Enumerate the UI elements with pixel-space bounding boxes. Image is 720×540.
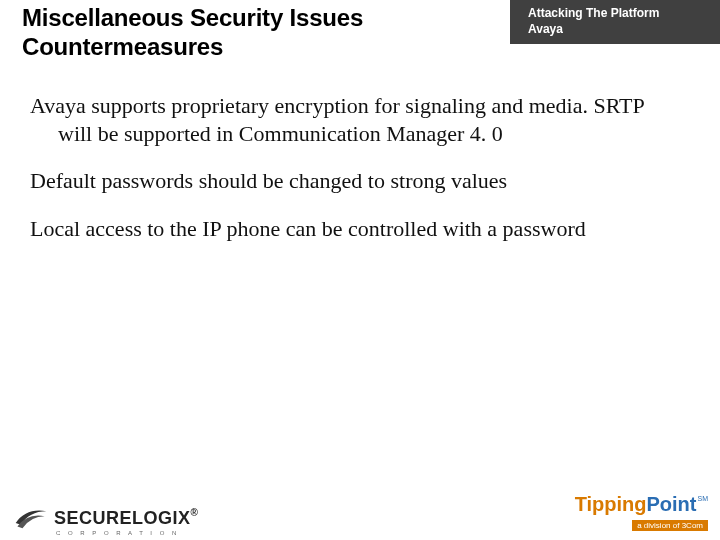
slide-title: Miscellaneous Security Issues Countermea… (22, 4, 482, 62)
tipping-part2: Point (647, 493, 697, 515)
slide: Attacking The Platform Avaya Miscellaneo… (0, 0, 720, 540)
footer-left-logo: SECURELOGIX® (14, 506, 198, 530)
bullet-item: Local access to the IP phone can be cont… (30, 215, 670, 243)
registered-mark: ® (191, 507, 199, 518)
tippingpoint-subtext: a division of 3Com (632, 520, 708, 531)
tippingpoint-text: TippingPointSM (575, 494, 708, 514)
securelogix-name: SECURELOGIX (54, 508, 191, 528)
securelogix-subtext: C O R P O R A T I O N (56, 530, 179, 536)
header-line1: Attacking The Platform (528, 6, 659, 20)
tipping-part1: Tipping (575, 493, 647, 515)
header-line2: Avaya (528, 21, 708, 37)
header-band: Attacking The Platform Avaya (510, 0, 720, 44)
bullet-item: Avaya supports proprietary encryption fo… (30, 92, 670, 147)
bullet-item: Default passwords should be changed to s… (30, 167, 670, 195)
slide-body: Avaya supports proprietary encryption fo… (30, 92, 670, 262)
securelogix-swoosh-icon (14, 506, 48, 530)
securelogix-text: SECURELOGIX® (54, 508, 198, 529)
service-mark: SM (697, 495, 709, 502)
footer-right-logo: TippingPointSM a division of 3Com (575, 494, 708, 532)
